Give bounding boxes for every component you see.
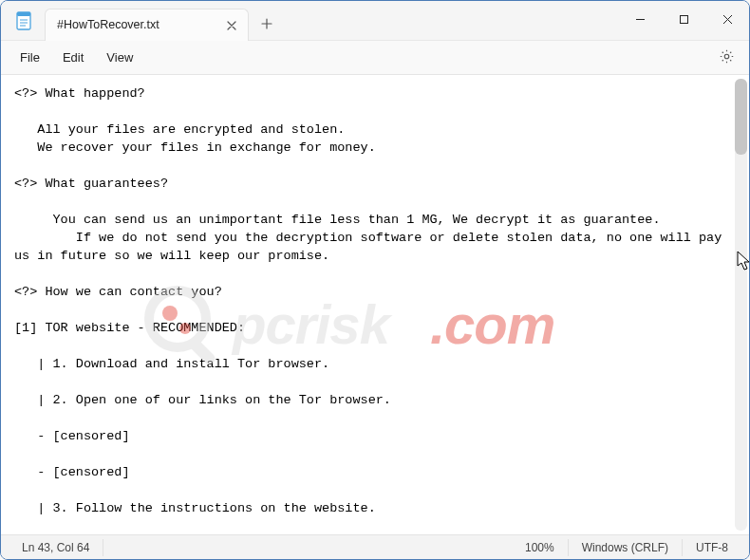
statusbar: Ln 43, Col 64 100% Windows (CRLF) UTF-8: [1, 534, 749, 559]
svg-rect-5: [680, 15, 687, 23]
svg-rect-1: [17, 12, 30, 16]
status-zoom[interactable]: 100%: [512, 539, 569, 556]
document-text[interactable]: <?> What happend? All your files are enc…: [1, 75, 749, 534]
menubar: File Edit View: [1, 41, 749, 75]
gear-icon: [719, 48, 735, 67]
minimize-button[interactable]: [618, 1, 662, 37]
svg-point-6: [724, 54, 729, 59]
close-button[interactable]: [705, 1, 749, 37]
menu-file[interactable]: File: [9, 46, 51, 69]
status-line-endings[interactable]: Windows (CRLF): [569, 539, 683, 556]
settings-button[interactable]: [713, 46, 740, 70]
tab-close-button[interactable]: [223, 17, 240, 34]
menu-edit[interactable]: Edit: [51, 46, 95, 69]
menu-view[interactable]: View: [95, 46, 144, 69]
scrollbar-thumb[interactable]: [735, 79, 747, 155]
status-encoding[interactable]: UTF-8: [683, 539, 741, 556]
maximize-button[interactable]: [662, 1, 705, 37]
status-position[interactable]: Ln 43, Col 64: [9, 539, 103, 556]
tab-title: #HowToRecover.txt: [57, 18, 159, 31]
notepad-app-icon: [14, 11, 33, 30]
titlebar: #HowToRecover.txt: [1, 1, 749, 41]
window-controls: [618, 1, 749, 37]
tab-active[interactable]: #HowToRecover.txt: [45, 9, 249, 41]
new-tab-button[interactable]: [253, 9, 281, 38]
editor-area: <?> What happend? All your files are enc…: [1, 75, 749, 534]
